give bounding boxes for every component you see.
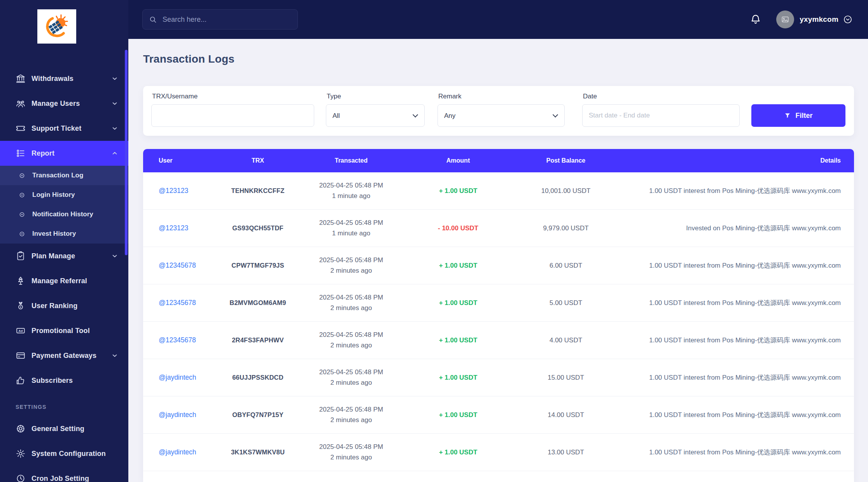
radio-dot-icon: [19, 192, 25, 198]
clipboard-icon: [16, 251, 26, 261]
amount: + 1.00 USDT: [411, 337, 505, 344]
avatar[interactable]: [776, 11, 794, 28]
transacted-ago: 2 minutes ago: [291, 452, 411, 463]
details-text: 1.00 USDT interest from Pos Mining-优选源码库…: [627, 298, 841, 307]
radio-dot-icon: [19, 172, 25, 179]
sidebar-item-system-configuration[interactable]: System Configuration: [0, 441, 128, 466]
chevron-down-icon: [111, 125, 118, 132]
column-header-transacted: Transacted: [291, 157, 411, 164]
sidebar-item-plan-manage[interactable]: Plan Manage: [0, 244, 128, 268]
sidebar-item-promotional-tool[interactable]: AdPromotional Tool: [0, 318, 128, 343]
user-link[interactable]: @123123: [159, 224, 188, 232]
details-text: 1.00 USDT interest from Pos Mining-优选源码库…: [627, 186, 841, 195]
transacted: 2025-04-25 05:48 PM2 minutes ago: [291, 367, 411, 388]
search-box[interactable]: [142, 9, 298, 30]
username[interactable]: yxymkcom: [800, 15, 838, 24]
table-row: @12345678B2MVMGOM6AM92025-04-25 05:48 PM…: [143, 284, 854, 322]
trx-id: GS93QCH55TDF: [225, 224, 291, 232]
table-row: @123123TEHNKRKCCFFZ2025-04-25 05:48 PM1 …: [143, 172, 854, 210]
sidebar-item-report[interactable]: Report: [0, 141, 128, 166]
trx-id: CPW7TMGF79JS: [225, 262, 291, 269]
chevron-up-icon: [111, 150, 118, 157]
list-icon: [16, 148, 26, 158]
details-text: 1.00 USDT interest from Pos Mining-优选源码库…: [627, 410, 841, 419]
notification-bell-icon[interactable]: [750, 14, 761, 25]
radio-dot-icon: [19, 231, 25, 237]
page-title: Transaction Logs: [143, 53, 234, 65]
transacted: 2025-04-25 05:48 PM2 minutes ago: [291, 442, 411, 463]
transacted: 2025-04-25 05:48 PM2 minutes ago: [291, 293, 411, 313]
transactions-table: UserTRXTransactedAmountPost BalanceDetai…: [143, 149, 854, 482]
bank-icon: [16, 74, 26, 84]
date-range-input[interactable]: [582, 104, 740, 127]
transacted-date: 2025-04-25 05:48 PM: [291, 293, 411, 303]
user-link[interactable]: @jaydintech: [159, 448, 196, 456]
sidebar-item-user-ranking[interactable]: User Ranking: [0, 293, 128, 318]
user-link[interactable]: @jaydintech: [159, 411, 196, 419]
sidebar-subitem-label: Invest History: [32, 230, 76, 238]
sidebar-item-general-setting[interactable]: General Setting: [0, 416, 128, 441]
sidebar-item-manage-users[interactable]: Manage Users: [0, 91, 128, 116]
details-text: 1.00 USDT interest from Pos Mining-优选源码库…: [627, 261, 841, 270]
medal-icon: [16, 301, 26, 311]
type-select[interactable]: All: [326, 104, 425, 127]
trx-id: 2R4FS3FAPHWV: [225, 337, 291, 344]
sidebar-item-payment-gateways[interactable]: Payment Gateways: [0, 343, 128, 368]
transacted: 2025-04-25 05:48 PM2 minutes ago: [291, 330, 411, 351]
sidebar-item-withdrawals[interactable]: Withdrawals: [0, 66, 128, 91]
user-link[interactable]: @jaydintech: [159, 373, 196, 381]
sidebar-item-label: General Setting: [32, 425, 84, 433]
chevron-down-icon: [111, 100, 118, 107]
sidebar-item-label: User Ranking: [32, 302, 77, 310]
globe-icon: [16, 424, 26, 434]
user-link[interactable]: @12345678: [159, 299, 196, 307]
amount: + 1.00 USDT: [411, 374, 505, 382]
type-label: Type: [327, 93, 341, 100]
user-menu-chevron-icon[interactable]: [843, 15, 852, 24]
type-select-wrap: All: [326, 104, 425, 127]
sidebar-item-label: Manage Users: [32, 100, 80, 108]
brand-logo[interactable]: [37, 9, 76, 44]
table-row: @12345678CPW7TMGF79JS2025-04-25 05:48 PM…: [143, 247, 854, 284]
post-balance: 15.00 USDT: [505, 374, 627, 382]
sidebar-subitem-invest-history[interactable]: Invest History: [0, 224, 128, 244]
transacted: 2025-04-25 05:48 PM1 minute ago: [291, 181, 411, 201]
transacted-ago: 2 minutes ago: [291, 266, 411, 276]
post-balance: 13.00 USDT: [505, 449, 627, 456]
sidebar-scrollbar-thumb[interactable]: [125, 50, 128, 255]
thumb-icon: [16, 375, 26, 386]
sidebar-subitem-transaction-log[interactable]: Transaction Log: [0, 166, 128, 185]
trx-id: 66UJJPSSKDCD: [225, 374, 291, 381]
user-link[interactable]: @12345678: [159, 261, 196, 269]
transacted: 2025-04-25 05:48 PM2 minutes ago: [291, 405, 411, 425]
remark-label: Remark: [438, 93, 462, 100]
filter-button[interactable]: Filter: [751, 104, 845, 127]
remark-select-wrap: Any: [438, 104, 565, 127]
user-link[interactable]: @12345678: [159, 336, 196, 344]
sidebar-item-manage-referral[interactable]: Manage Referral: [0, 268, 128, 293]
sidebar-subitem-login-history[interactable]: Login History: [0, 185, 128, 205]
remark-select[interactable]: Any: [438, 104, 565, 127]
sidebar-item-label: Promotional Tool: [32, 327, 90, 335]
tree-icon: [16, 276, 26, 286]
sidebar-subitem-notification-history[interactable]: Notification History: [0, 205, 128, 224]
sidebar-item-subscribers[interactable]: Subscribers: [0, 368, 128, 393]
transacted-date: 2025-04-25 05:48 PM: [291, 181, 411, 191]
table-row: @jaydintechOBYFQ7N7P15Y2025-04-25 05:48 …: [143, 396, 854, 434]
users-icon: [16, 98, 26, 109]
transacted: 2025-04-25 05:48 PM1 minute ago: [291, 218, 411, 238]
ticket-icon: [16, 123, 26, 133]
sidebar-item-label: Report: [32, 149, 54, 158]
column-header-user: User: [159, 157, 225, 164]
user-link[interactable]: @123123: [159, 187, 188, 195]
table-row: @jaydintech3K1KS7WMKV8U2025-04-25 05:48 …: [143, 434, 854, 471]
search-icon: [149, 16, 157, 24]
search-input[interactable]: [162, 15, 291, 24]
trx-username-input[interactable]: [151, 104, 314, 127]
filter-card: TRX/Username Type All Remark Any Date: [143, 86, 854, 136]
sidebar-nav: WithdrawalsManage UsersSupport TicketRep…: [0, 66, 128, 482]
sidebar-item-cron-job-setting[interactable]: Cron Job Setting: [0, 466, 128, 482]
post-balance: 4.00 USDT: [505, 337, 627, 344]
sidebar-item-support-ticket[interactable]: Support Ticket: [0, 116, 128, 141]
post-balance: 9,979.00 USDT: [505, 224, 627, 232]
